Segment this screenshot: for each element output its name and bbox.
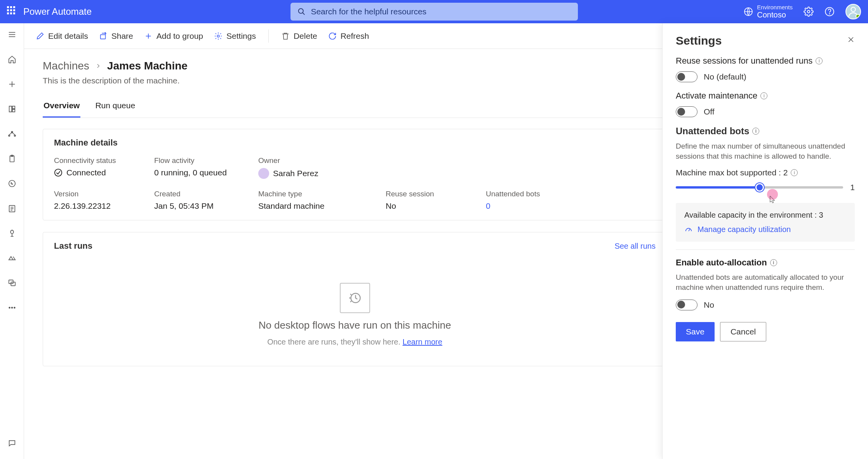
reuse-sessions-label: Reuse sessions for unattended runsi [676,56,855,66]
version-label: Version [54,190,151,198]
maintenance-toggle[interactable] [676,106,698,117]
left-nav-rail [0,23,24,459]
tab-run-queue[interactable]: Run queue [94,95,136,118]
svg-rect-24 [100,35,105,39]
rail-activity-icon[interactable] [4,175,20,192]
breadcrumb-current: James Machine [107,60,188,72]
slider-thumb[interactable] [755,183,764,192]
search-input[interactable] [311,7,571,16]
rail-ai-icon[interactable] [4,225,20,241]
reuse-sessions-toggle[interactable] [676,71,698,82]
cancel-button[interactable]: Cancel [720,322,766,341]
environment-picker[interactable]: Environments Contoso [744,4,793,19]
search-icon [297,7,306,16]
rail-menu-icon[interactable] [4,26,20,43]
breadcrumb-root[interactable]: Machines [43,60,89,72]
flow-activity-label: Flow activity [154,156,255,165]
conn-status-value: Connected [54,168,151,177]
cursor-highlight [767,189,778,200]
waffle-icon[interactable] [7,6,18,17]
global-search[interactable] [290,3,578,21]
svg-line-32 [689,229,690,231]
close-icon[interactable] [847,36,855,46]
rail-more-icon[interactable] [4,300,20,316]
refresh-button[interactable]: Refresh [328,31,369,41]
created-label: Created [154,190,255,198]
bots-value[interactable]: 0 [486,201,564,211]
user-avatar[interactable] [845,4,861,19]
bots-label: Unattended bots [486,190,564,198]
rail-chatbot-icon[interactable] [4,435,20,451]
auto-allocation-header: Enable auto-allocationi [676,258,855,268]
conn-status-label: Connectivity status [54,156,151,165]
svg-point-3 [807,10,810,13]
add-to-group-button[interactable]: Add to group [144,31,203,41]
globe-icon [744,7,753,16]
check-circle-icon [54,168,63,177]
maintenance-label: Activate maintenancei [676,91,855,101]
help-icon[interactable] [825,7,835,17]
info-icon[interactable]: i [791,169,798,176]
owner-value: Sarah Perez [258,168,383,179]
see-all-runs-link[interactable]: See all runs [614,242,656,251]
type-label: Machine type [258,190,383,198]
svg-point-27 [217,35,219,37]
machine-details-title: Machine details [43,129,666,156]
unattended-bots-header: Unattended botsi [676,126,855,137]
svg-point-28 [55,169,62,176]
info-icon[interactable]: i [752,128,759,135]
cmd-refresh-label: Refresh [341,31,369,41]
history-icon [340,283,370,313]
brand-title[interactable]: Power Automate [23,6,92,17]
rail-home-icon[interactable] [4,51,20,68]
rail-clipboard-icon[interactable] [4,151,20,167]
rail-templates-icon[interactable] [4,101,20,117]
empty-runs-title: No desktop flows have run on this machin… [259,319,451,331]
svg-point-5 [829,14,830,14]
flow-activity-value: 0 running, 0 queued [154,168,255,177]
owner-label: Owner [258,156,383,165]
bot-slider[interactable] [676,186,843,189]
env-value: Contoso [757,10,793,19]
cmd-settings-label: Settings [226,31,256,41]
save-button[interactable]: Save [676,322,715,341]
share-button[interactable]: Share [99,31,133,41]
cmd-share-label: Share [111,31,133,41]
empty-runs-sub: Once there are runs, they'll show here. … [267,338,442,346]
auto-allocation-toggle[interactable] [676,300,698,310]
env-label: Environments [757,4,793,10]
settings-panel: Settings Reuse sessions for unattended r… [662,23,868,459]
svg-point-17 [9,180,15,187]
tab-overview[interactable]: Overview [43,95,80,118]
rail-monitor-icon[interactable] [4,200,20,217]
machine-details-card: Machine details Connectivity status Conn… [43,129,667,220]
created-value: Jan 5, 05:43 PM [154,201,255,211]
rail-flows-icon[interactable] [4,126,20,142]
info-icon[interactable]: i [816,57,823,64]
rail-process-icon[interactable] [4,250,20,266]
cmd-edit-label: Edit details [48,31,88,41]
auto-allocation-value: No [704,300,714,310]
edit-details-button[interactable]: Edit details [36,31,88,41]
svg-line-1 [303,13,304,15]
manage-capacity-link[interactable]: Manage capacity utilization [684,225,846,234]
reuse-label: Reuse session [386,190,483,198]
rail-machines-icon[interactable] [4,275,20,291]
capacity-info-card: Available capacity in the environment : … [676,203,855,242]
settings-button[interactable]: Settings [214,31,256,41]
info-icon[interactable]: i [770,259,777,266]
rail-add-icon[interactable] [4,76,20,92]
gear-icon[interactable] [804,7,814,17]
gauge-icon [684,225,693,234]
chevron-right-icon [95,62,102,69]
learn-more-link[interactable]: Learn more [403,338,442,346]
svg-point-22 [11,307,12,308]
reuse-toggle-value: No (default) [704,72,746,81]
svg-point-23 [14,307,15,308]
svg-point-0 [298,9,303,13]
info-icon[interactable]: i [760,92,767,99]
cmd-add-label: Add to group [157,31,203,41]
delete-button[interactable]: Delete [281,31,317,41]
reuse-value: No [386,201,483,211]
svg-point-6 [851,7,855,12]
